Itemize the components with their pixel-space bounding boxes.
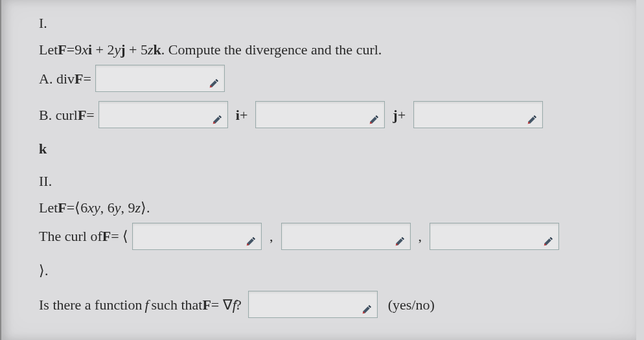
div-label-A: A. div [39, 67, 75, 90]
grad-eq: = ∇f [211, 293, 235, 316]
close-angle-row: ⟩. [39, 259, 625, 282]
let-text: Let [39, 38, 58, 61]
part1-heading-row: I. [39, 12, 625, 34]
curl2-comp1-input[interactable] [132, 223, 262, 250]
k-label: k [39, 137, 47, 160]
problem-page: I. Let F = 9xi + 2yj + 5zk . Compute the… [0, 0, 636, 340]
div-input[interactable] [95, 65, 225, 92]
compute-text: . Compute the divergence and the curl. [161, 38, 382, 61]
equals-2: = [67, 196, 75, 219]
part1-A-row: A. div F = [39, 65, 625, 92]
q-prefix: Is there a function [39, 293, 142, 316]
curl-of-text: The curl of [39, 225, 102, 247]
edit-icon [395, 231, 406, 242]
curl-label-B: B. curl [39, 104, 78, 126]
expr-9xi: 9xi + 2yj + 5zk [75, 38, 161, 61]
j-plus: j+ [393, 104, 406, 126]
edit-icon [362, 299, 373, 310]
part1-B-row: B. curl F = i+ j+ [39, 101, 625, 128]
close-angle: ⟩. [39, 259, 49, 282]
curl-i-input[interactable] [98, 101, 228, 128]
div-F: F [75, 67, 83, 90]
gradient-question-row: Is there a function f such that F = ∇f ?… [39, 291, 625, 318]
edit-icon [369, 109, 380, 120]
div-eq: = [83, 67, 91, 90]
comma-1: , [270, 225, 273, 247]
i-plus: i+ [236, 104, 248, 126]
F-grad: F [202, 293, 211, 316]
edit-icon [527, 109, 538, 120]
edit-icon [209, 73, 220, 84]
curl2-comp2-input[interactable] [281, 223, 411, 250]
part2-heading-row: II. [39, 170, 625, 192]
q-mid: such that [152, 293, 203, 316]
curl-eq: = [86, 104, 94, 126]
k-row: k [39, 137, 625, 160]
part2-statement: Let F = ⟨6xy, 6y, 9z⟩ . [39, 196, 625, 219]
yesno-hint: (yes/no) [388, 293, 435, 316]
part2-curl-row: The curl of F = ⟨ , , [39, 223, 625, 250]
vector-F-2: F [58, 196, 66, 219]
equals: = [67, 38, 75, 61]
part1-statement: Let F = 9xi + 2yj + 5zk . Compute the di… [39, 38, 625, 61]
part2-heading: II. [39, 170, 52, 192]
qmark: ? [235, 293, 242, 316]
edit-icon [212, 109, 224, 120]
curl-eq-2: = ⟨ [111, 225, 128, 247]
curl-F-2: F [102, 225, 111, 247]
f-symbol: f [144, 293, 148, 316]
curl-F: F [78, 104, 86, 126]
part1-heading: I. [39, 12, 47, 34]
dot: . [146, 196, 150, 219]
yesno-input[interactable] [248, 291, 378, 318]
curl-j-input[interactable] [255, 101, 385, 128]
edit-icon [246, 231, 257, 242]
let-text-2: Let [39, 196, 58, 219]
vector-6xy: ⟨6xy, 6y, 9z⟩ [75, 196, 146, 219]
edit-icon [543, 231, 555, 242]
curl-k-input[interactable] [413, 101, 543, 128]
comma-2: , [419, 225, 422, 247]
vector-F: F [58, 38, 66, 61]
curl2-comp3-input[interactable] [430, 223, 559, 250]
